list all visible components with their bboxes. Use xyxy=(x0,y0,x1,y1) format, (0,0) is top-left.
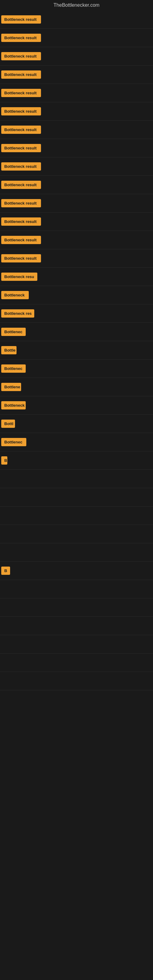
result-badge[interactable]: Bottleneck xyxy=(1,291,29,299)
result-badge[interactable]: Bottlene xyxy=(1,383,21,391)
result-row: Bottlenec xyxy=(0,360,153,378)
result-badge[interactable]: Bottleneck result xyxy=(1,144,41,152)
result-badge[interactable]: Bottleneck result xyxy=(1,89,41,97)
result-row: Bottleneck result xyxy=(0,121,153,139)
result-badge[interactable]: Bottleneck result xyxy=(1,52,41,60)
result-row xyxy=(0,617,153,635)
result-row xyxy=(0,488,153,506)
site-title: TheBottlenecker.com xyxy=(0,0,153,10)
result-badge[interactable]: Bottleneck result xyxy=(1,199,41,207)
result-badge[interactable]: Bottlenec xyxy=(1,364,26,373)
result-row: Bottleneck result xyxy=(0,47,153,65)
result-row: Bottle xyxy=(0,341,153,360)
result-badge[interactable]: B xyxy=(1,456,7,465)
result-badge[interactable]: Bottleneck result xyxy=(1,34,41,42)
result-row xyxy=(0,672,153,690)
result-row xyxy=(0,506,153,525)
result-row: Bottleneck result xyxy=(0,158,153,176)
result-row: Bottleneck result xyxy=(0,65,153,84)
result-row: Bottlenec xyxy=(0,433,153,452)
result-row: Bottleneck result xyxy=(0,249,153,268)
result-row xyxy=(0,525,153,543)
result-row: B xyxy=(0,452,153,470)
result-row: B xyxy=(0,562,153,580)
result-row: Bottleneck resu xyxy=(0,268,153,286)
result-badge[interactable]: Bottleneck result xyxy=(1,181,41,189)
result-badge[interactable]: Bottleneck result xyxy=(1,236,41,244)
result-badge[interactable]: Bottleneck result xyxy=(1,162,41,170)
result-row: Bottleneck xyxy=(0,286,153,304)
result-badge[interactable]: Bottl xyxy=(1,420,15,428)
result-badge[interactable]: Bottleneck result xyxy=(1,15,41,24)
result-row xyxy=(0,598,153,617)
result-badge[interactable]: Bottleneck result xyxy=(1,70,41,79)
result-row: Bottlene xyxy=(0,378,153,396)
result-row xyxy=(0,543,153,562)
result-row: Bottleneck result xyxy=(0,102,153,121)
result-row xyxy=(0,470,153,488)
result-row xyxy=(0,635,153,654)
result-badge[interactable]: Bottlenec xyxy=(1,328,26,336)
result-row: Bottleneck result xyxy=(0,29,153,47)
result-row xyxy=(0,654,153,672)
result-badge[interactable]: Bottleneck result xyxy=(1,254,41,262)
result-badge[interactable]: Bottleneck xyxy=(1,401,26,409)
result-row: Bottleneck result xyxy=(0,10,153,29)
result-row: Bottleneck xyxy=(0,396,153,415)
result-row: Bottleneck result xyxy=(0,194,153,213)
result-badge[interactable]: Bottleneck result xyxy=(1,126,41,134)
result-row xyxy=(0,580,153,598)
result-badge[interactable]: Bottleneck resu xyxy=(1,272,37,281)
result-row: Bottleneck result xyxy=(0,231,153,249)
result-row: Bottleneck result xyxy=(0,84,153,102)
result-badge[interactable]: B xyxy=(1,566,10,575)
result-row: Bottleneck result xyxy=(0,176,153,194)
result-badge[interactable]: Bottleneck result xyxy=(1,218,41,226)
result-badge[interactable]: Bottlenec xyxy=(1,438,26,446)
result-badge[interactable]: Bottle xyxy=(1,346,16,354)
result-row: Bottleneck result xyxy=(0,139,153,158)
result-row: Bottlenec xyxy=(0,323,153,341)
result-row: Bottleneck res xyxy=(0,304,153,323)
result-badge[interactable]: Bottleneck result xyxy=(1,107,41,115)
results-container: Bottleneck resultBottleneck resultBottle… xyxy=(0,10,153,697)
result-row: Bottl xyxy=(0,415,153,433)
result-badge[interactable]: Bottleneck res xyxy=(1,309,34,318)
result-row: Bottleneck result xyxy=(0,213,153,231)
